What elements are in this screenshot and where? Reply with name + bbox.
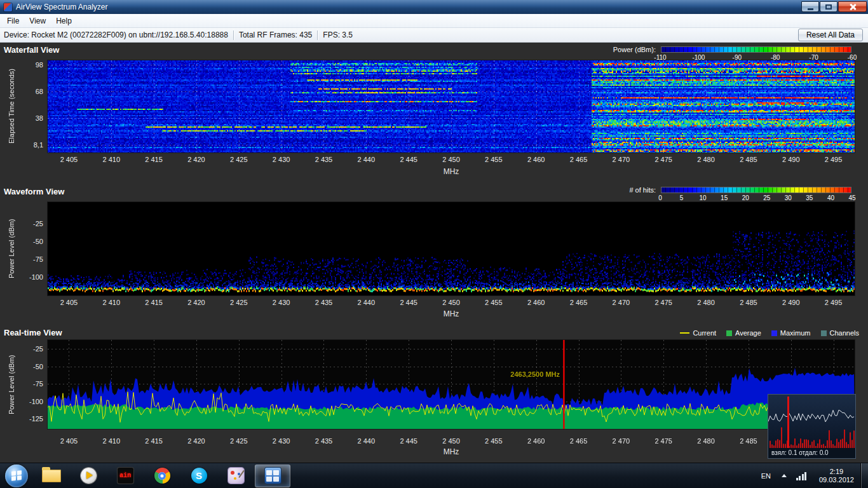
taskbar-item-explorer[interactable] (34, 464, 69, 487)
legend-item: Average (726, 329, 761, 337)
axis-tick: 2 460 (527, 156, 545, 163)
taskbar-item-airview-active[interactable] (255, 464, 290, 487)
axis-tick: 2 440 (358, 156, 376, 163)
realtime-title: Real-time View (4, 328, 62, 337)
axis-tick: -50 (33, 238, 43, 245)
axis-tick: -25 (33, 220, 43, 227)
waveform-x-axis-label: MHz (48, 309, 855, 318)
reset-all-data-button[interactable]: Reset All Data (798, 29, 863, 41)
waveform-y-axis-label: Power Level (dBm) (8, 202, 18, 295)
axis-tick: 2 405 (60, 299, 78, 306)
network-monitor-popup[interactable]: взял: 0.1 отдал: 0.0 (768, 394, 856, 459)
axis-tick: 2 430 (273, 299, 290, 306)
waveform-plot[interactable] (48, 202, 855, 295)
waterfall-x-axis-label: MHz (48, 167, 855, 176)
clock[interactable]: 2:19 09.03.2012 (813, 468, 860, 484)
windows-logo-icon (11, 470, 22, 481)
realtime-x-axis-label: MHz (48, 447, 855, 456)
window-title: AirView Spectrum Analyzer (16, 3, 108, 11)
realtime-x-ticks: 2 4052 4102 4152 4202 4252 4302 4352 440… (48, 437, 855, 445)
folder-icon (42, 470, 61, 482)
toolbar: Device: Rocket M2 (00272282F009) on ubnt… (0, 28, 868, 43)
axis-tick: 2 415 (145, 299, 163, 306)
axis-tick: 2 405 (60, 156, 78, 163)
legend-swatch-icon (680, 332, 689, 334)
axis-tick: 2 490 (782, 299, 800, 306)
axis-tick: 2 420 (187, 156, 205, 163)
axis-tick: 2 465 (570, 299, 588, 306)
window-titlebar[interactable]: AirView Spectrum Analyzer (0, 0, 868, 14)
fps-status: FPS: 3.5 (323, 30, 353, 39)
colorbar-tick: 40 (827, 194, 834, 201)
axis-tick: 2 465 (570, 437, 588, 445)
axis-tick: 68 (36, 88, 43, 95)
close-icon (849, 3, 857, 11)
axis-tick: 2 430 (273, 437, 290, 445)
waterfall-y-axis-label: Elapsed Time (seconds) (8, 60, 18, 152)
frequency-marker-label: 2463,2500 MHz (510, 370, 560, 378)
taskbar-item-chrome[interactable] (144, 464, 180, 487)
minimize-button[interactable] (801, 1, 819, 12)
show-desktop-button[interactable] (860, 463, 868, 488)
waveform-y-ticks: -25-50-75-100 (27, 202, 45, 295)
realtime-plot-area: 2463,2500 MHz (48, 340, 855, 429)
colorbar-tick: 5 (680, 194, 684, 201)
axis-tick: -75 (33, 255, 43, 263)
axis-tick: 2 410 (102, 299, 120, 306)
axis-tick: 2 465 (570, 156, 588, 163)
axis-tick: 2 445 (400, 299, 417, 306)
close-button[interactable] (838, 1, 867, 12)
device-status: Device: Rocket M2 (00272282F009) on ubnt… (4, 30, 228, 39)
waterfall-spectrogram[interactable] (48, 60, 855, 152)
language-indicator[interactable]: EN (756, 472, 776, 480)
axis-tick: 2 450 (442, 437, 460, 445)
taskbar-item-skype[interactable]: S (181, 464, 217, 487)
axis-tick: 8,1 (34, 141, 43, 149)
axis-tick: 2 435 (315, 437, 333, 445)
axis-tick: 98 (36, 61, 43, 69)
network-monitor-caption: взял: 0.1 отдал: 0.0 (768, 448, 855, 458)
taskbar-item-media-player[interactable] (71, 464, 106, 487)
axis-tick: 2 455 (485, 437, 503, 445)
axis-tick: 2 440 (358, 437, 376, 445)
realtime-spectrum-plot[interactable] (48, 340, 855, 429)
menu-item[interactable]: Help (51, 15, 77, 27)
axis-tick: 2 470 (613, 437, 630, 445)
taskbar-item-paint[interactable] (218, 464, 254, 487)
axis-tick: 2 480 (697, 437, 715, 445)
axis-tick: 2 460 (527, 437, 545, 445)
waterfall-view-section: Waterfall View Power (dBm): -110-100-90-… (0, 43, 868, 184)
hits-colorbar (661, 187, 851, 193)
axis-tick: 2 420 (187, 299, 205, 306)
axis-tick: 2 470 (613, 299, 630, 306)
axis-tick: 2 410 (102, 437, 120, 445)
chrome-icon (154, 468, 170, 484)
legend-swatch-icon (771, 330, 777, 336)
waterfall-plot-area (48, 60, 855, 152)
axis-tick: 2 440 (358, 299, 376, 306)
maximize-icon (825, 4, 832, 10)
start-button[interactable] (5, 464, 28, 487)
axis-tick: 2 435 (315, 156, 333, 163)
axis-tick: 2 475 (654, 437, 672, 445)
colorbar-label: # of hits: (629, 186, 656, 194)
axis-tick: 2 480 (697, 299, 715, 306)
skype-icon: S (191, 468, 207, 484)
axis-tick: 2 430 (273, 156, 290, 163)
menu-item[interactable]: View (24, 15, 51, 27)
network-monitor-graph (768, 395, 855, 448)
realtime-legend: Current Average Maximum Channels (680, 329, 859, 337)
colorbar-tick: 20 (742, 194, 749, 201)
airview-icon (265, 468, 281, 484)
network-signal-icon[interactable] (796, 471, 808, 480)
separator (233, 30, 234, 40)
menu-item[interactable]: File (2, 15, 24, 27)
axis-tick: 2 410 (102, 156, 120, 163)
taskbar-item-ain-app[interactable]: ain (107, 464, 143, 487)
legend-swatch-icon (821, 330, 827, 336)
axis-tick: 2 405 (60, 437, 78, 445)
hidden-icons-arrow-icon[interactable] (782, 474, 787, 477)
axis-tick: 2 420 (187, 437, 205, 445)
maximize-button[interactable] (820, 1, 837, 12)
colorbar-tick: 10 (700, 194, 707, 201)
